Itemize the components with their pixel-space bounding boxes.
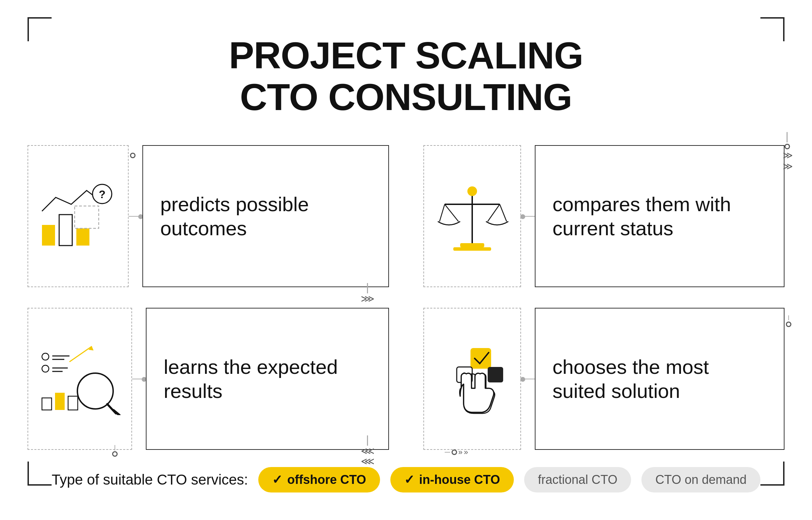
main-title: PROJECT SCALING CTO CONSULTING — [229, 34, 583, 118]
card-label-learns: learns the expected results — [164, 355, 371, 403]
svg-line-21 — [69, 346, 92, 362]
connector-arrows-down-2: ≫ — [783, 151, 791, 160]
svg-line-10 — [445, 204, 458, 221]
svg-line-11 — [488, 204, 500, 221]
svg-rect-13 — [460, 243, 484, 247]
svg-rect-3 — [75, 206, 99, 228]
card-text-chooses: chooses the most suited solution — [535, 308, 785, 450]
svg-point-18 — [42, 365, 49, 372]
svg-rect-23 — [42, 398, 52, 410]
chart-question-icon: ? — [39, 180, 118, 252]
card-label-compares: compares them with current status — [553, 192, 767, 240]
svg-rect-25 — [68, 396, 78, 410]
card-icon-predicts: ? — [28, 145, 129, 287]
card-icon-chooses: » » — [423, 308, 521, 450]
svg-line-12 — [500, 204, 507, 221]
svg-rect-30 — [488, 367, 503, 382]
svg-rect-2 — [76, 228, 89, 246]
card-predicts: ? predicts possible outcomes ⋙ — [28, 145, 389, 287]
tag-fractional-cto[interactable]: fractional CTO — [524, 467, 631, 492]
connector-circle-br — [784, 144, 790, 149]
connector-circle-br2 — [452, 449, 457, 455]
checkmark-inhouse: ✓ — [404, 473, 414, 487]
card-label-predicts: predicts possible outcomes — [160, 192, 371, 240]
svg-rect-24 — [55, 393, 65, 410]
connector-circle-bl — [112, 451, 118, 457]
cards-grid: ? predicts possible outcomes ⋙ — [28, 145, 784, 450]
bottom-bar: Type of suitable CTO services: ✓ offshor… — [52, 467, 760, 499]
svg-point-7 — [467, 186, 477, 196]
magnify-chart-icon — [39, 343, 121, 415]
tag-offshore-cto[interactable]: ✓ offshore CTO — [258, 467, 380, 492]
card-icon-learns — [28, 308, 132, 450]
svg-rect-0 — [42, 225, 55, 246]
connector-arrows-down-1: ⋙ — [361, 294, 375, 304]
card-text-predicts: predicts possible outcomes ⋙ — [142, 145, 389, 287]
svg-line-9 — [440, 204, 445, 221]
checkmark-offshore: ✓ — [272, 473, 282, 487]
svg-point-15 — [42, 353, 49, 360]
connector-arrows-up-1: ⋙ — [361, 446, 375, 456]
corner-bracket-tl — [28, 17, 52, 41]
svg-rect-1 — [59, 215, 72, 246]
page-wrapper: PROJECT SCALING CTO CONSULTING — [0, 0, 812, 520]
card-learns: learns the expected results ⋙ ⋙ — [28, 308, 389, 450]
corner-bracket-bl — [28, 462, 52, 486]
connector-circle-tr — [130, 153, 136, 158]
card-label-chooses: chooses the most suited solution — [553, 355, 767, 403]
tag-cto-demand[interactable]: CTO on demand — [641, 467, 760, 492]
card-compares: compares them with current status ≫ ≫ — [423, 145, 785, 287]
corner-bracket-tr — [760, 17, 784, 41]
card-text-compares: compares them with current status ≫ ≫ — [535, 145, 785, 287]
svg-rect-29 — [470, 348, 491, 369]
connector-arrows-right: » — [458, 448, 463, 457]
card-chooses: » » chooses the most suited solution — [423, 308, 785, 450]
scales-icon — [434, 180, 510, 252]
hand-select-icon — [434, 343, 510, 415]
bottom-label: Type of suitable CTO services: — [52, 472, 248, 488]
svg-rect-14 — [453, 247, 491, 251]
card-icon-compares — [423, 145, 521, 287]
connector-circle-rr — [786, 322, 791, 327]
card-text-learns: learns the expected results ⋙ ⋙ — [146, 308, 389, 450]
svg-text:?: ? — [99, 188, 106, 201]
corner-bracket-br — [760, 462, 784, 486]
tag-inhouse-cto[interactable]: ✓ in-house CTO — [390, 467, 514, 492]
